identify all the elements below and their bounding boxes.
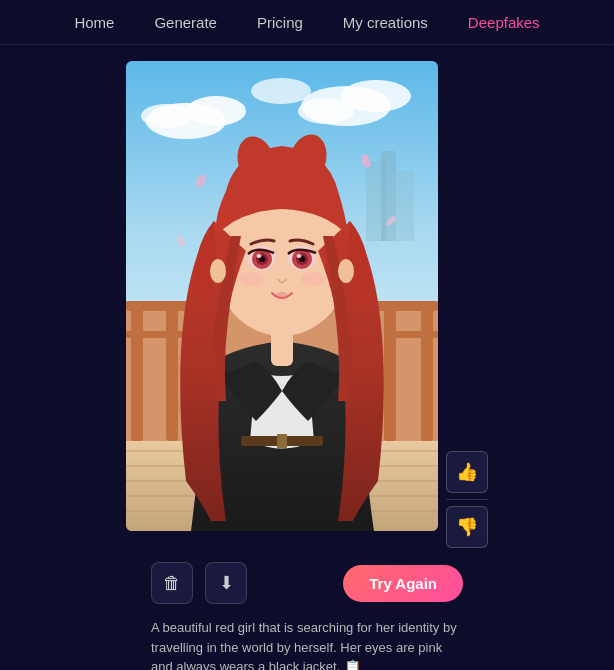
svg-point-6	[298, 98, 354, 124]
anime-svg	[126, 61, 438, 531]
nav-home[interactable]: Home	[74, 14, 114, 31]
svg-point-42	[239, 272, 263, 286]
svg-rect-26	[277, 434, 287, 448]
nav-generate[interactable]: Generate	[154, 14, 217, 31]
svg-rect-20	[384, 301, 396, 441]
image-container: 👍 👎	[126, 61, 488, 548]
svg-rect-10	[396, 171, 414, 241]
nav-pricing[interactable]: Pricing	[257, 14, 303, 31]
svg-rect-9	[381, 151, 396, 241]
svg-point-43	[301, 272, 325, 286]
delete-button[interactable]: 🗑	[151, 562, 193, 604]
svg-rect-18	[131, 301, 143, 441]
generated-image	[126, 61, 438, 531]
download-button[interactable]: ⬇	[205, 562, 247, 604]
thumbs-down-icon: 👎	[456, 516, 478, 538]
copy-icon[interactable]: 📋	[344, 657, 361, 670]
svg-rect-24	[384, 331, 438, 338]
description-text: A beautiful red girl that is searching f…	[151, 620, 457, 670]
main-content: 👍 👎 🗑 ⬇ Try Again A beautiful red girl t…	[0, 45, 614, 670]
download-icon: ⬇	[219, 572, 234, 594]
svg-point-2	[186, 96, 246, 126]
svg-point-40	[297, 254, 302, 258]
image-description: A beautiful red girl that is searching f…	[151, 618, 463, 670]
svg-point-41	[276, 292, 288, 298]
svg-rect-19	[166, 301, 178, 441]
navigation: Home Generate Pricing My creations Deepf…	[0, 0, 614, 45]
thumbs-up-icon: 👍	[456, 461, 478, 483]
thumbs-up-button[interactable]: 👍	[446, 451, 488, 493]
try-again-button[interactable]: Try Again	[343, 565, 463, 602]
action-bar: 🗑 ⬇ Try Again	[151, 562, 463, 604]
nav-deepfakes[interactable]: Deepfakes	[468, 14, 540, 31]
svg-point-45	[338, 259, 354, 283]
thumbs-down-button[interactable]: 👎	[446, 506, 488, 548]
svg-rect-21	[421, 301, 433, 441]
thumbs-panel: 👍 👎	[446, 451, 488, 548]
svg-point-3	[141, 104, 191, 128]
delete-icon: 🗑	[163, 573, 181, 594]
nav-my-creations[interactable]: My creations	[343, 14, 428, 31]
thumbs-divider	[446, 499, 488, 500]
svg-point-35	[257, 254, 262, 258]
svg-point-44	[210, 259, 226, 283]
svg-point-7	[251, 78, 311, 104]
